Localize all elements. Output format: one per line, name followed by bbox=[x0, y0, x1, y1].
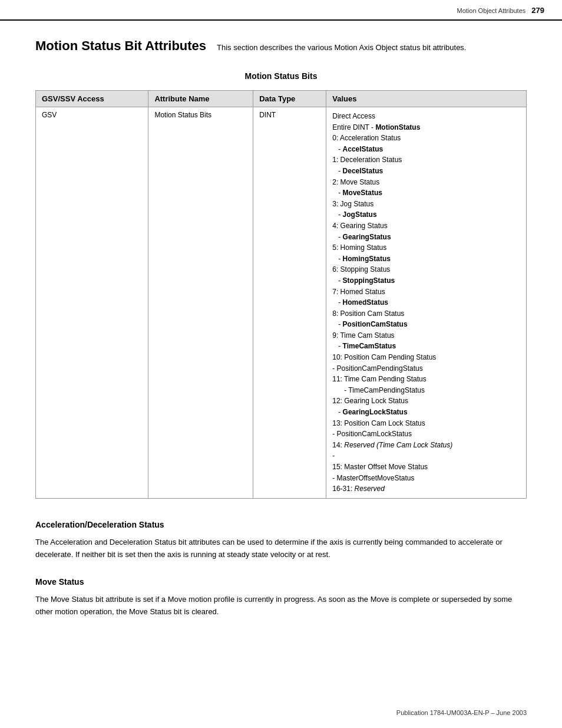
value-line-3: 0: Acceleration Status bbox=[332, 133, 520, 144]
value-line-33: 15: Master Offset Move Status bbox=[332, 462, 520, 473]
value-line-5: 1: Deceleration Status bbox=[332, 154, 520, 166]
value-line-15: 6: Stopping Status bbox=[332, 264, 520, 275]
value-line-22: - TimeCamStatus bbox=[332, 341, 520, 352]
value-line-18: - HomedStatus bbox=[332, 297, 520, 308]
cell-access: GSV bbox=[36, 107, 148, 499]
value-line-1: Direct Access bbox=[332, 111, 520, 122]
value-line-32: - bbox=[332, 450, 520, 462]
accel-section-heading: Acceleration/Deceleration Status bbox=[35, 520, 527, 529]
value-line-24: - PositionCamPendingStatus bbox=[332, 363, 520, 374]
value-line-29: 13: Position Cam Lock Status bbox=[332, 418, 520, 429]
cell-datatype: DINT bbox=[253, 107, 326, 499]
title-description: This section describes the various Motio… bbox=[217, 43, 466, 52]
value-line-9: 3: Jog Status bbox=[332, 199, 520, 210]
value-line-17: 7: Homed Status bbox=[332, 286, 520, 298]
page-number: 279 bbox=[531, 6, 544, 15]
value-line-25: 11: Time Cam Pending Status bbox=[332, 374, 520, 385]
page-container: Motion Object Attributes 279 Motion Stat… bbox=[0, 0, 562, 728]
value-line-13: 5: Homing Status bbox=[332, 242, 520, 253]
table-section-heading: Motion Status Bits bbox=[35, 71, 527, 81]
cell-values: Direct Access Entire DINT - MotionStatus… bbox=[326, 107, 527, 499]
value-line-12: - GearingStatus bbox=[332, 232, 520, 243]
header-breadcrumb: Motion Object Attributes bbox=[457, 7, 526, 14]
move-section-heading: Move Status bbox=[35, 577, 527, 587]
value-line-19: 8: Position Cam Status bbox=[332, 308, 520, 319]
move-section-body: The Move Status bit attribute is set if … bbox=[35, 594, 527, 618]
value-line-10: - JogStatus bbox=[332, 209, 520, 220]
value-line-14: - HomingStatus bbox=[332, 253, 520, 265]
accel-section-body: The Acceleration and Deceleration Status… bbox=[35, 536, 527, 561]
col-header-datatype: Data Type bbox=[253, 91, 326, 107]
value-line-4: - AccelStatus bbox=[332, 144, 520, 155]
col-header-access: GSV/SSV Access bbox=[36, 91, 148, 107]
value-line-21: 9: Time Cam Status bbox=[332, 330, 520, 341]
value-line-35: 16-31: Reserved bbox=[332, 483, 520, 495]
value-line-16: - StoppingStatus bbox=[332, 275, 520, 286]
motion-status-table: GSV/SSV Access Attribute Name Data Type … bbox=[35, 90, 527, 499]
value-line-8: - MoveStatus bbox=[332, 187, 520, 199]
value-line-27: 12: Gearing Lock Status bbox=[332, 396, 520, 407]
footer-text: Publication 1784-UM003A-EN-P – June 2003 bbox=[396, 709, 527, 716]
value-line-11: 4: Gearing Status bbox=[332, 220, 520, 232]
col-header-attribute: Attribute Name bbox=[148, 91, 253, 107]
page-header: Motion Object Attributes 279 bbox=[0, 0, 562, 21]
col-header-values: Values bbox=[326, 91, 527, 107]
table-header-row: GSV/SSV Access Attribute Name Data Type … bbox=[36, 91, 527, 107]
value-line-34: - MasterOffsetMoveStatus bbox=[332, 473, 520, 484]
page-footer: Publication 1784-UM003A-EN-P – June 2003 bbox=[396, 709, 527, 716]
value-line-26: - TimeCamPendingStatus bbox=[332, 385, 520, 396]
value-line-28: - GearingLockStatus bbox=[332, 407, 520, 418]
value-line-2: Entire DINT - MotionStatus bbox=[332, 122, 520, 133]
cell-attribute: Motion Status Bits bbox=[148, 107, 253, 499]
value-line-20: - PositionCamStatus bbox=[332, 319, 520, 330]
page-content: Motion Status Bit Attributes This sectio… bbox=[0, 21, 562, 642]
value-line-7: 2: Move Status bbox=[332, 177, 520, 188]
value-line-23: 10: Position Cam Pending Status bbox=[332, 352, 520, 363]
value-line-6: - DecelStatus bbox=[332, 166, 520, 177]
page-title: Motion Status Bit Attributes bbox=[35, 38, 206, 54]
title-section: Motion Status Bit Attributes This sectio… bbox=[35, 38, 527, 54]
table-row: GSV Motion Status Bits DINT Direct Acces… bbox=[36, 107, 527, 499]
value-line-30: - PositionCamLockStatus bbox=[332, 429, 520, 440]
value-line-31: 14: Reserved (Time Cam Lock Status) bbox=[332, 440, 520, 451]
